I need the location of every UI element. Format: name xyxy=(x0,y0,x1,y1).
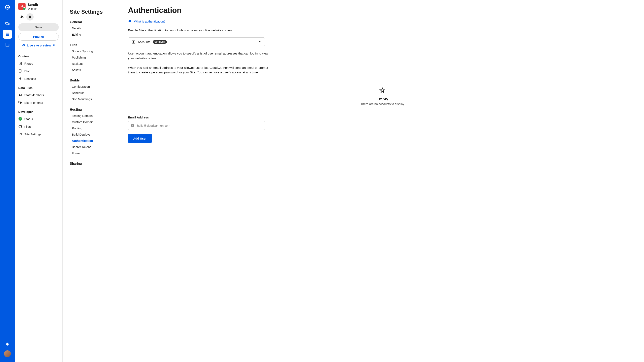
services-icon xyxy=(18,77,22,81)
para2: When you add an email address to your al… xyxy=(128,65,269,75)
svg-rect-6 xyxy=(6,33,7,33)
nav-staff-members[interactable]: Staff Members xyxy=(18,91,59,99)
svg-rect-14 xyxy=(8,35,9,36)
avatar[interactable] xyxy=(4,350,11,357)
account-box-icon xyxy=(132,40,136,44)
team-toggle-icon[interactable] xyxy=(18,13,26,20)
nav-services[interactable]: Services xyxy=(18,75,59,82)
settings-configuration[interactable]: Configuration xyxy=(70,83,114,90)
settings-nav: Site Settings General Details Editing Fi… xyxy=(62,0,121,362)
settings-authentication[interactable]: Authentication xyxy=(70,138,114,144)
svg-rect-10 xyxy=(7,34,8,34)
nav-files[interactable]: Files xyxy=(18,123,59,130)
svg-point-23 xyxy=(30,15,31,17)
svg-point-3 xyxy=(7,7,8,8)
user-toggle xyxy=(15,13,62,23)
bell-icon[interactable] xyxy=(6,342,10,347)
blog-icon xyxy=(18,69,22,73)
svg-rect-8 xyxy=(8,33,9,33)
svg-rect-11 xyxy=(8,34,9,34)
app-rail xyxy=(0,0,15,362)
svg-rect-9 xyxy=(6,34,7,34)
svg-point-24 xyxy=(24,45,24,46)
cloudcannon-logo[interactable] xyxy=(4,3,11,11)
svg-point-2 xyxy=(8,6,10,8)
main-content: Authentication What is authentication? E… xyxy=(121,0,644,362)
svg-point-18 xyxy=(28,8,28,8)
rail-org-icon[interactable] xyxy=(3,40,12,49)
site-sidebar: Sendit main Save Publish Live site previ… xyxy=(15,0,62,362)
svg-point-22 xyxy=(22,16,23,17)
settings-custom-domain[interactable]: Custom Domain xyxy=(70,119,114,125)
status-ok-icon xyxy=(18,117,22,121)
page-icon xyxy=(18,61,22,65)
mail-icon xyxy=(130,123,135,127)
email-label: Email Address xyxy=(128,116,637,119)
site-logo[interactable] xyxy=(18,3,26,10)
settings-assets[interactable]: Assets xyxy=(70,67,114,73)
rail-devices-icon[interactable] xyxy=(3,19,12,28)
auth-type-selector[interactable]: Accounts CURRENT xyxy=(128,37,265,46)
settings-testing-domain[interactable]: Testing Domain xyxy=(70,113,114,119)
settings-routing[interactable]: Routing xyxy=(70,125,114,131)
nav-data-files: Data Files Staff Members Site Elements xyxy=(15,82,62,106)
nav-content: Content Pages Blog Services xyxy=(15,51,62,82)
save-button[interactable]: Save xyxy=(18,23,59,31)
chevron-down-icon xyxy=(258,40,262,44)
settings-publishing[interactable]: Publishing xyxy=(70,54,114,60)
svg-rect-4 xyxy=(6,22,8,24)
nav-blog[interactable]: Blog xyxy=(18,67,59,75)
email-input[interactable] xyxy=(137,124,262,127)
elements-icon xyxy=(18,100,22,105)
svg-rect-13 xyxy=(7,35,8,36)
svg-rect-5 xyxy=(8,23,9,24)
live-preview-link[interactable]: Live site preview xyxy=(18,43,59,47)
settings-source-syncing[interactable]: Source Syncing xyxy=(70,48,114,54)
help-link[interactable]: What is authentication? xyxy=(128,19,637,23)
add-user-button[interactable]: Add User xyxy=(128,134,152,143)
nav-developer: Developer Status Files Site Settings xyxy=(15,106,62,138)
current-badge: CURRENT xyxy=(153,40,167,44)
gear-icon xyxy=(18,132,22,136)
publish-button[interactable]: Publish xyxy=(18,33,59,41)
site-name: Sendit xyxy=(28,3,38,7)
settings-build-deploys[interactable]: Build Deploys xyxy=(70,131,114,138)
svg-point-17 xyxy=(8,46,9,46)
site-header: Sendit main xyxy=(15,3,62,13)
svg-point-21 xyxy=(21,16,22,17)
svg-point-30 xyxy=(19,94,20,95)
nav-pages[interactable]: Pages xyxy=(18,59,59,67)
settings-forms[interactable]: Forms xyxy=(70,150,114,156)
email-input-wrap xyxy=(128,121,265,130)
settings-backups[interactable]: Backups xyxy=(70,60,114,67)
site-branch[interactable]: main xyxy=(28,7,38,10)
nav-site-settings[interactable]: Site Settings xyxy=(18,130,59,138)
settings-editing[interactable]: Editing xyxy=(70,31,114,38)
book-icon xyxy=(128,19,132,23)
svg-rect-7 xyxy=(7,33,8,33)
para1: User account authentication allows you t… xyxy=(128,51,269,60)
svg-rect-36 xyxy=(131,124,134,127)
settings-site-mountings[interactable]: Site Mountings xyxy=(70,96,114,102)
svg-rect-12 xyxy=(6,35,7,36)
intro-text: Enable Site authentication to control wh… xyxy=(128,28,269,32)
star-icon xyxy=(128,87,637,95)
settings-schedule[interactable]: Schedule xyxy=(70,90,114,96)
user-toggle-icon[interactable] xyxy=(26,13,34,20)
svg-rect-15 xyxy=(6,43,8,46)
empty-state: Empty There are no accounts to display xyxy=(128,79,637,116)
svg-point-31 xyxy=(21,94,22,95)
settings-bearer-tokens[interactable]: Bearer Tokens xyxy=(70,144,114,150)
settings-title: Site Settings xyxy=(70,9,114,15)
rail-apps-icon[interactable] xyxy=(3,30,12,39)
github-icon xyxy=(18,124,22,128)
nav-site-elements[interactable]: Site Elements xyxy=(18,99,59,106)
svg-point-19 xyxy=(28,9,28,10)
page-title: Authentication xyxy=(128,6,637,15)
settings-details[interactable]: Details xyxy=(70,25,114,31)
staff-icon xyxy=(18,93,22,97)
svg-point-35 xyxy=(133,41,134,42)
svg-point-1 xyxy=(5,6,6,8)
nav-status[interactable]: Status xyxy=(18,115,59,123)
